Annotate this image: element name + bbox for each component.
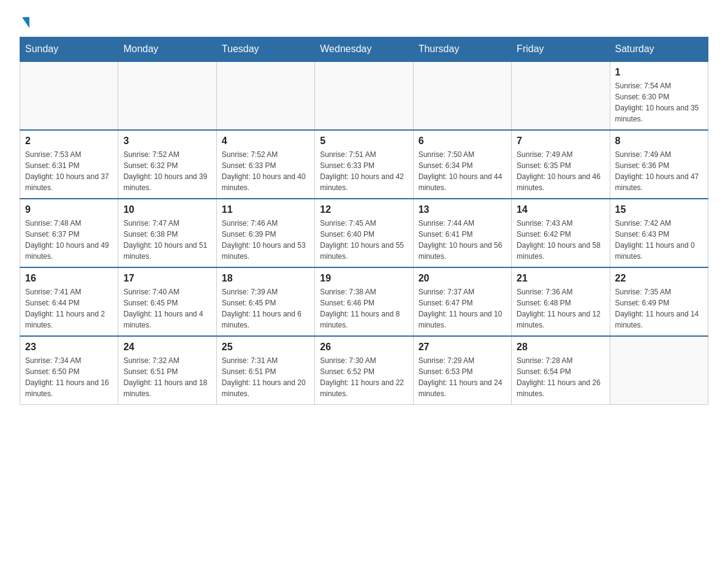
day-info: Sunrise: 7:35 AM Sunset: 6:49 PM Dayligh… (615, 286, 703, 331)
day-number: 23 (25, 342, 113, 353)
day-number: 14 (517, 204, 604, 215)
day-info: Sunrise: 7:49 AM Sunset: 6:36 PM Dayligh… (615, 149, 703, 193)
calendar-cell (315, 61, 413, 130)
calendar-week-row: 1Sunrise: 7:54 AM Sunset: 6:30 PM Daylig… (20, 61, 708, 130)
day-number: 5 (320, 136, 408, 147)
day-number: 16 (25, 273, 113, 284)
calendar-cell: 7Sunrise: 7:49 AM Sunset: 6:35 PM Daylig… (512, 130, 610, 199)
day-info: Sunrise: 7:45 AM Sunset: 6:40 PM Dayligh… (320, 218, 408, 262)
day-number: 20 (419, 273, 506, 284)
calendar-header-tuesday: Tuesday (216, 37, 314, 62)
calendar-cell: 9Sunrise: 7:48 AM Sunset: 6:37 PM Daylig… (20, 199, 118, 267)
day-info: Sunrise: 7:48 AM Sunset: 6:37 PM Dayligh… (25, 218, 113, 262)
calendar-week-row: 16Sunrise: 7:41 AM Sunset: 6:44 PM Dayli… (20, 267, 708, 336)
day-info: Sunrise: 7:31 AM Sunset: 6:51 PM Dayligh… (222, 355, 309, 399)
calendar-cell: 19Sunrise: 7:38 AM Sunset: 6:46 PM Dayli… (315, 267, 413, 336)
calendar-header-sunday: Sunday (20, 37, 118, 62)
calendar-week-row: 23Sunrise: 7:34 AM Sunset: 6:50 PM Dayli… (20, 336, 708, 405)
calendar-cell (118, 61, 216, 130)
day-number: 7 (517, 136, 604, 147)
calendar-cell: 11Sunrise: 7:46 AM Sunset: 6:39 PM Dayli… (216, 199, 314, 267)
day-number: 15 (615, 204, 703, 215)
day-number: 10 (123, 204, 211, 215)
calendar-cell: 18Sunrise: 7:39 AM Sunset: 6:45 PM Dayli… (216, 267, 314, 336)
day-info: Sunrise: 7:52 AM Sunset: 6:33 PM Dayligh… (222, 149, 309, 193)
day-info: Sunrise: 7:28 AM Sunset: 6:54 PM Dayligh… (517, 355, 604, 399)
page-header (20, 15, 708, 27)
day-number: 13 (419, 204, 506, 215)
day-number: 9 (25, 204, 113, 215)
calendar-week-row: 9Sunrise: 7:48 AM Sunset: 6:37 PM Daylig… (20, 199, 708, 267)
calendar-cell: 5Sunrise: 7:51 AM Sunset: 6:33 PM Daylig… (315, 130, 413, 199)
day-number: 3 (123, 136, 211, 147)
day-info: Sunrise: 7:53 AM Sunset: 6:31 PM Dayligh… (25, 149, 113, 193)
calendar-header-saturday: Saturday (610, 37, 708, 62)
day-number: 4 (222, 136, 309, 147)
day-info: Sunrise: 7:34 AM Sunset: 6:50 PM Dayligh… (25, 355, 113, 399)
day-info: Sunrise: 7:41 AM Sunset: 6:44 PM Dayligh… (25, 286, 113, 331)
calendar-cell: 16Sunrise: 7:41 AM Sunset: 6:44 PM Dayli… (20, 267, 118, 336)
day-info: Sunrise: 7:37 AM Sunset: 6:47 PM Dayligh… (419, 286, 506, 331)
day-info: Sunrise: 7:52 AM Sunset: 6:32 PM Dayligh… (123, 149, 211, 193)
day-number: 1 (615, 67, 703, 78)
day-number: 26 (320, 342, 408, 353)
day-number: 24 (123, 342, 211, 353)
day-number: 22 (615, 273, 703, 284)
calendar-header-thursday: Thursday (413, 37, 511, 62)
day-number: 19 (320, 273, 408, 284)
calendar-header-monday: Monday (118, 37, 216, 62)
calendar-cell: 12Sunrise: 7:45 AM Sunset: 6:40 PM Dayli… (315, 199, 413, 267)
day-number: 17 (123, 273, 211, 284)
day-info: Sunrise: 7:32 AM Sunset: 6:51 PM Dayligh… (123, 355, 211, 399)
day-info: Sunrise: 7:40 AM Sunset: 6:45 PM Dayligh… (123, 286, 211, 331)
day-number: 28 (517, 342, 604, 353)
day-info: Sunrise: 7:39 AM Sunset: 6:45 PM Dayligh… (222, 286, 309, 331)
day-number: 27 (419, 342, 506, 353)
day-info: Sunrise: 7:49 AM Sunset: 6:35 PM Dayligh… (517, 149, 604, 193)
calendar-table: SundayMondayTuesdayWednesdayThursdayFrid… (20, 37, 708, 405)
calendar-cell: 23Sunrise: 7:34 AM Sunset: 6:50 PM Dayli… (20, 336, 118, 405)
logo-arrow-icon (22, 17, 29, 28)
day-number: 21 (517, 273, 604, 284)
calendar-cell: 25Sunrise: 7:31 AM Sunset: 6:51 PM Dayli… (216, 336, 314, 405)
calendar-cell: 8Sunrise: 7:49 AM Sunset: 6:36 PM Daylig… (610, 130, 708, 199)
calendar-cell (512, 61, 610, 130)
logo (20, 15, 29, 27)
day-info: Sunrise: 7:51 AM Sunset: 6:33 PM Dayligh… (320, 149, 408, 193)
day-info: Sunrise: 7:42 AM Sunset: 6:43 PM Dayligh… (615, 218, 703, 262)
day-info: Sunrise: 7:43 AM Sunset: 6:42 PM Dayligh… (517, 218, 604, 262)
calendar-cell (216, 61, 314, 130)
calendar-week-row: 2Sunrise: 7:53 AM Sunset: 6:31 PM Daylig… (20, 130, 708, 199)
calendar-cell: 24Sunrise: 7:32 AM Sunset: 6:51 PM Dayli… (118, 336, 216, 405)
day-info: Sunrise: 7:36 AM Sunset: 6:48 PM Dayligh… (517, 286, 604, 331)
calendar-cell: 21Sunrise: 7:36 AM Sunset: 6:48 PM Dayli… (512, 267, 610, 336)
day-number: 2 (25, 136, 113, 147)
calendar-cell: 17Sunrise: 7:40 AM Sunset: 6:45 PM Dayli… (118, 267, 216, 336)
calendar-cell: 2Sunrise: 7:53 AM Sunset: 6:31 PM Daylig… (20, 130, 118, 199)
calendar-cell (610, 336, 708, 405)
day-number: 18 (222, 273, 309, 284)
calendar-cell (413, 61, 511, 130)
day-info: Sunrise: 7:50 AM Sunset: 6:34 PM Dayligh… (419, 149, 506, 193)
calendar-cell: 6Sunrise: 7:50 AM Sunset: 6:34 PM Daylig… (413, 130, 511, 199)
calendar-cell: 4Sunrise: 7:52 AM Sunset: 6:33 PM Daylig… (216, 130, 314, 199)
calendar-cell: 27Sunrise: 7:29 AM Sunset: 6:53 PM Dayli… (413, 336, 511, 405)
calendar-header-friday: Friday (512, 37, 610, 62)
calendar-cell: 13Sunrise: 7:44 AM Sunset: 6:41 PM Dayli… (413, 199, 511, 267)
calendar-cell: 10Sunrise: 7:47 AM Sunset: 6:38 PM Dayli… (118, 199, 216, 267)
day-info: Sunrise: 7:30 AM Sunset: 6:52 PM Dayligh… (320, 355, 408, 399)
calendar-header-wednesday: Wednesday (315, 37, 413, 62)
day-number: 12 (320, 204, 408, 215)
calendar-cell: 1Sunrise: 7:54 AM Sunset: 6:30 PM Daylig… (610, 61, 708, 130)
day-info: Sunrise: 7:44 AM Sunset: 6:41 PM Dayligh… (419, 218, 506, 262)
day-info: Sunrise: 7:38 AM Sunset: 6:46 PM Dayligh… (320, 286, 408, 331)
calendar-cell: 22Sunrise: 7:35 AM Sunset: 6:49 PM Dayli… (610, 267, 708, 336)
calendar-cell: 26Sunrise: 7:30 AM Sunset: 6:52 PM Dayli… (315, 336, 413, 405)
calendar-header-row: SundayMondayTuesdayWednesdayThursdayFrid… (20, 37, 708, 62)
day-info: Sunrise: 7:54 AM Sunset: 6:30 PM Dayligh… (615, 80, 703, 124)
day-number: 25 (222, 342, 309, 353)
day-info: Sunrise: 7:46 AM Sunset: 6:39 PM Dayligh… (222, 218, 309, 262)
calendar-cell (20, 61, 118, 130)
calendar-cell: 28Sunrise: 7:28 AM Sunset: 6:54 PM Dayli… (512, 336, 610, 405)
calendar-cell: 20Sunrise: 7:37 AM Sunset: 6:47 PM Dayli… (413, 267, 511, 336)
